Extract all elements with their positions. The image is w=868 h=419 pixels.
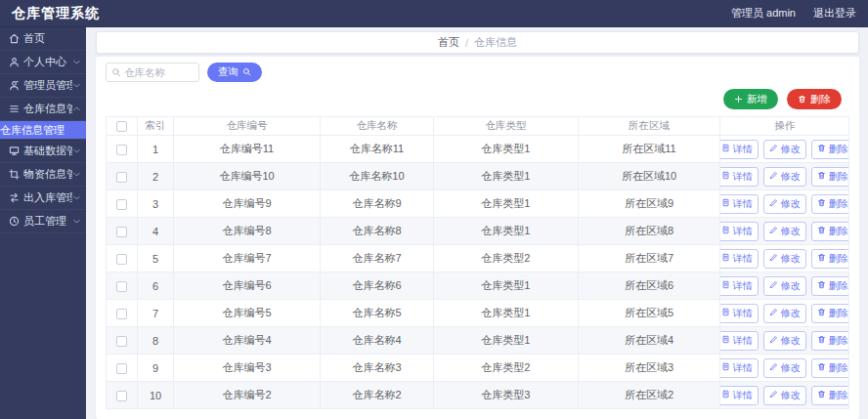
row-delete-button[interactable]: 删除 — [811, 222, 849, 241]
row-edit-button[interactable]: 修改 — [763, 386, 806, 405]
sidebar: 首页个人中心管理员管理仓库信息管理仓库信息管理基础数据管理物资信息管理出入库管理… — [0, 27, 86, 419]
trash-icon — [817, 226, 826, 236]
row-checkbox[interactable] — [116, 363, 127, 374]
row-delete-button[interactable]: 删除 — [811, 140, 849, 159]
edit-icon — [769, 226, 778, 236]
row-detail-button[interactable]: 详情 — [720, 331, 759, 351]
row-edit-button[interactable]: 修改 — [763, 222, 806, 241]
app-title: 仓库管理系统 — [12, 5, 100, 22]
chevron-down-icon — [72, 58, 81, 66]
row-edit-button[interactable]: 修改 — [763, 276, 806, 296]
row-edit-label: 修改 — [781, 307, 801, 320]
cell-warehouse-code: 仓库编号4 — [174, 327, 321, 355]
row-detail-button[interactable]: 详情 — [720, 358, 759, 378]
cell-actions: 详情修改删除 — [720, 300, 849, 327]
row-edit-button[interactable]: 修改 — [763, 358, 806, 378]
row-checkbox[interactable] — [116, 227, 127, 237]
row-delete-button[interactable]: 删除 — [811, 304, 849, 323]
row-detail-button[interactable]: 详情 — [720, 276, 759, 296]
cell-warehouse-code: 仓库编号11 — [174, 136, 321, 163]
cell-warehouse-code: 仓库编号9 — [174, 190, 321, 218]
cell-index: 10 — [137, 382, 173, 409]
cell-warehouse-type: 仓库类型2 — [434, 355, 578, 382]
row-select-cell — [107, 136, 138, 163]
sidebar-item-8[interactable]: 员工管理 — [0, 210, 86, 233]
row-delete-button[interactable]: 删除 — [811, 194, 849, 214]
delete-button-label: 删除 — [810, 93, 831, 106]
row-edit-label: 修改 — [781, 143, 801, 156]
chevron-up-icon — [72, 105, 81, 113]
row-delete-button[interactable]: 删除 — [811, 249, 849, 269]
row-detail-button[interactable]: 详情 — [720, 249, 759, 269]
edit-icon — [769, 280, 778, 291]
row-checkbox[interactable] — [116, 254, 127, 265]
row-edit-button[interactable]: 修改 — [763, 167, 806, 187]
sidebar-subitem-4[interactable]: 仓库信息管理 — [0, 121, 86, 140]
logout-link[interactable]: 退出登录 — [813, 6, 856, 21]
detail-icon — [721, 226, 730, 236]
row-detail-button[interactable]: 详情 — [720, 222, 759, 241]
row-delete-label: 删除 — [829, 170, 848, 184]
row-delete-button[interactable]: 删除 — [811, 276, 849, 296]
search-input[interactable] — [124, 66, 194, 78]
edit-icon — [769, 335, 778, 346]
row-edit-button[interactable]: 修改 — [763, 331, 806, 351]
row-delete-button[interactable]: 删除 — [811, 167, 849, 187]
cell-warehouse-code: 仓库编号7 — [174, 245, 321, 272]
sidebar-item-2[interactable]: 管理员管理 — [0, 74, 86, 98]
cell-warehouse-name: 仓库名称11 — [320, 136, 433, 163]
row-detail-label: 详情 — [733, 225, 753, 238]
row-checkbox[interactable] — [116, 145, 127, 155]
sidebar-item-label: 员工管理 — [23, 214, 72, 229]
row-checkbox[interactable] — [116, 199, 127, 210]
sidebar-item-3[interactable]: 仓库信息管理 — [0, 98, 86, 121]
sidebar-item-7[interactable]: 出入库管理 — [0, 187, 86, 210]
row-detail-button[interactable]: 详情 — [720, 304, 759, 323]
sidebar-item-1[interactable]: 个人中心 — [0, 51, 86, 74]
row-detail-label: 详情 — [733, 170, 753, 184]
breadcrumb-home[interactable]: 首页 — [438, 35, 459, 50]
row-checkbox[interactable] — [116, 281, 127, 292]
row-delete-button[interactable]: 删除 — [811, 358, 849, 378]
column-header-5: 操作 — [720, 117, 849, 136]
row-detail-button[interactable]: 详情 — [720, 386, 759, 405]
sidebar-item-6[interactable]: 物资信息管理 — [0, 163, 86, 187]
add-button[interactable]: 新增 — [723, 89, 778, 109]
row-edit-button[interactable]: 修改 — [763, 304, 806, 323]
edit-icon — [769, 253, 778, 264]
cell-warehouse-name: 仓库名称5 — [320, 300, 433, 327]
current-user-label[interactable]: 管理员 admin — [731, 6, 796, 21]
app-window: 仓库管理系统 管理员 admin 退出登录 首页个人中心管理员管理仓库信息管理仓… — [0, 0, 868, 419]
monitor-icon — [9, 146, 20, 156]
cell-warehouse-type: 仓库类型1 — [434, 327, 578, 355]
row-edit-button[interactable]: 修改 — [763, 194, 806, 214]
search-toolbar: 查询 — [106, 63, 849, 82]
row-edit-button[interactable]: 修改 — [763, 140, 806, 159]
row-detail-label: 详情 — [733, 252, 753, 266]
table-actions: 新增 删除 — [106, 89, 842, 109]
row-edit-label: 修改 — [781, 334, 801, 348]
row-delete-label: 删除 — [829, 252, 848, 266]
select-all-checkbox[interactable] — [116, 121, 127, 132]
row-select-cell — [107, 190, 138, 218]
row-detail-button[interactable]: 详情 — [720, 194, 759, 214]
row-edit-button[interactable]: 修改 — [763, 249, 806, 269]
row-checkbox[interactable] — [116, 336, 127, 347]
row-detail-button[interactable]: 详情 — [720, 167, 759, 187]
sidebar-item-5[interactable]: 基础数据管理 — [0, 140, 86, 163]
row-detail-button[interactable]: 详情 — [720, 140, 759, 159]
column-header-3: 仓库类型 — [434, 117, 578, 136]
row-delete-button[interactable]: 删除 — [811, 386, 849, 405]
delete-button[interactable]: 删除 — [787, 89, 842, 109]
row-edit-label: 修改 — [781, 279, 801, 293]
row-select-cell — [107, 300, 138, 327]
row-edit-label: 修改 — [781, 252, 801, 266]
search-button[interactable]: 查询 — [207, 63, 262, 82]
sidebar-item-0[interactable]: 首页 — [0, 27, 86, 51]
row-checkbox[interactable] — [116, 309, 127, 319]
row-checkbox[interactable] — [116, 172, 127, 183]
row-edit-label: 修改 — [781, 197, 801, 211]
row-delete-button[interactable]: 删除 — [811, 331, 849, 351]
cell-actions: 详情修改删除 — [720, 382, 849, 409]
row-checkbox[interactable] — [116, 391, 127, 401]
